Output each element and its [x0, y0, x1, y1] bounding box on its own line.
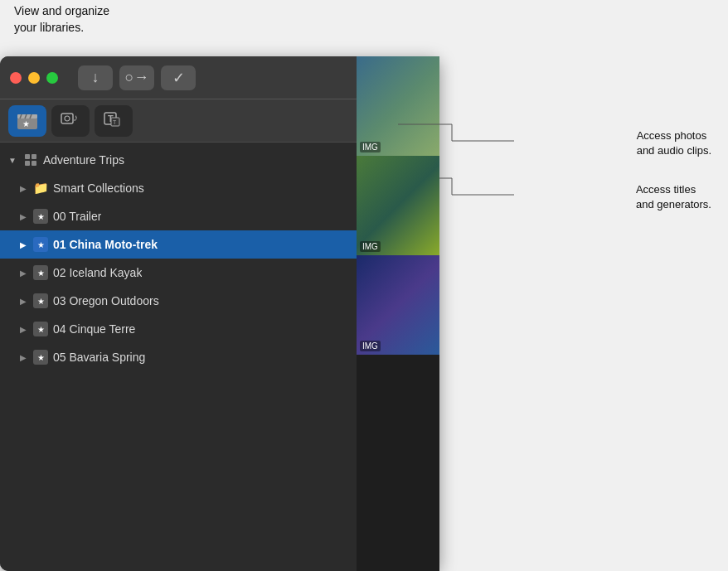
libraries-icon-svg: ★ [16, 111, 39, 131]
minimize-button[interactable] [28, 72, 40, 84]
photo-thumb-2: IMG [357, 156, 439, 255]
grid-icon [23, 152, 38, 167]
titles-icon-svg: T T [102, 108, 125, 131]
titles-generators-tab[interactable]: T T [95, 105, 133, 137]
tooltip-line1: View and organize [14, 4, 109, 17]
photo-label-3: IMG [360, 341, 381, 351]
svg-rect-22 [32, 161, 36, 166]
adventure-trips-label: Adventure Trips [43, 153, 124, 167]
key-button[interactable]: ○→ [119, 65, 154, 90]
03-oregon-label: 03 Oregon Outdoors [53, 294, 159, 307]
libraries-tab[interactable]: ★ [8, 105, 46, 137]
05-bavaria-label: 05 Bavaria Spring [53, 351, 145, 364]
chevron-right-icon: ▶ [20, 184, 27, 193]
titlebar-action-buttons: ↓ ○→ ✓ [78, 65, 196, 90]
import-button[interactable]: ↓ [78, 65, 113, 90]
folder-icon: 📁 [33, 181, 48, 196]
annotation-photos: Access photos and audio clips. [637, 128, 711, 158]
photos-audio-tab[interactable]: ♪ [51, 105, 90, 137]
chevron-right-icon: ▶ [20, 325, 27, 334]
svg-text:★: ★ [22, 119, 30, 128]
star-icon: ★ [33, 322, 48, 336]
chevron-right-icon: ▶ [20, 353, 27, 362]
photo-thumb-3: IMG [357, 255, 439, 355]
libraries-icon: ★ [15, 110, 40, 132]
maximize-button[interactable] [46, 72, 58, 84]
tooltip-text: View and organize your libraries. [14, 3, 109, 36]
approve-button[interactable]: ✓ [161, 65, 196, 90]
02-iceland-label: 02 Iceland Kayak [53, 266, 142, 279]
photo-panel: IMG IMG IMG [357, 56, 439, 571]
photos-audio-icon: ♪ [59, 108, 82, 134]
photo-label-1: IMG [360, 142, 381, 152]
titles-generators-icon: T T [102, 108, 125, 134]
chevron-right-icon: ▶ [20, 212, 27, 221]
checkmark-icon: ✓ [172, 69, 185, 87]
annotation-titles: Access titles and generators. [636, 182, 711, 212]
tooltip-line2: your libraries. [14, 21, 84, 34]
svg-text:♪: ♪ [73, 112, 78, 123]
close-button[interactable] [10, 72, 22, 84]
svg-text:T: T [113, 119, 117, 125]
chevron-right-icon: ▶ [20, 297, 27, 306]
import-icon: ↓ [92, 69, 99, 86]
key-icon: ○→ [125, 69, 149, 86]
star-icon: ★ [33, 350, 48, 365]
04-cinque-label: 04 Cinque Terre [53, 322, 135, 336]
photos-audio-icon-svg: ♪ [59, 108, 82, 131]
smart-collections-label: Smart Collections [53, 181, 144, 195]
svg-rect-21 [25, 161, 30, 166]
svg-point-13 [65, 116, 70, 121]
photo-label-2: IMG [360, 241, 381, 252]
svg-rect-12 [61, 114, 73, 123]
star-icon: ★ [33, 209, 48, 224]
chevron-right-icon: ▶ [20, 240, 27, 249]
00-trailer-label: 00 Trailer [53, 210, 101, 223]
star-icon: ★ [33, 293, 48, 308]
01-china-label: 01 China Moto-trek [53, 238, 158, 251]
photo-thumb-1: IMG [357, 56, 439, 156]
svg-rect-19 [25, 154, 30, 159]
star-icon: ★ [33, 265, 48, 280]
chevron-down-icon: ▼ [8, 156, 17, 165]
star-icon: ★ [33, 237, 48, 252]
svg-rect-20 [32, 154, 36, 159]
chevron-right-icon: ▶ [20, 269, 27, 278]
